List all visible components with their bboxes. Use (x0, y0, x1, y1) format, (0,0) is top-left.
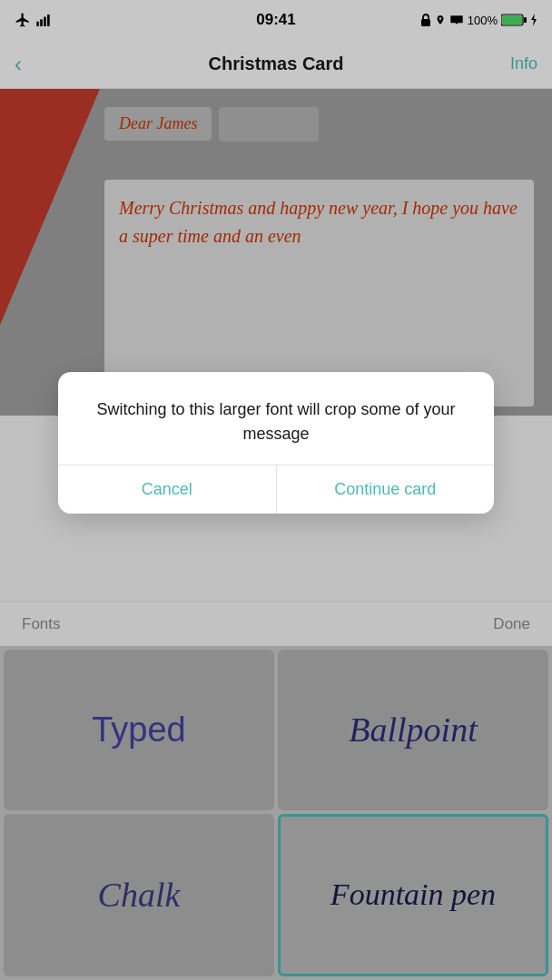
dialog-buttons: Cancel Continue card (58, 465, 494, 514)
cancel-button[interactable]: Cancel (58, 466, 277, 514)
dialog-message-text: Switching to this larger font will crop … (58, 372, 494, 465)
continue-card-button[interactable]: Continue card (277, 466, 495, 514)
font-crop-dialog: Switching to this larger font will crop … (58, 372, 494, 514)
